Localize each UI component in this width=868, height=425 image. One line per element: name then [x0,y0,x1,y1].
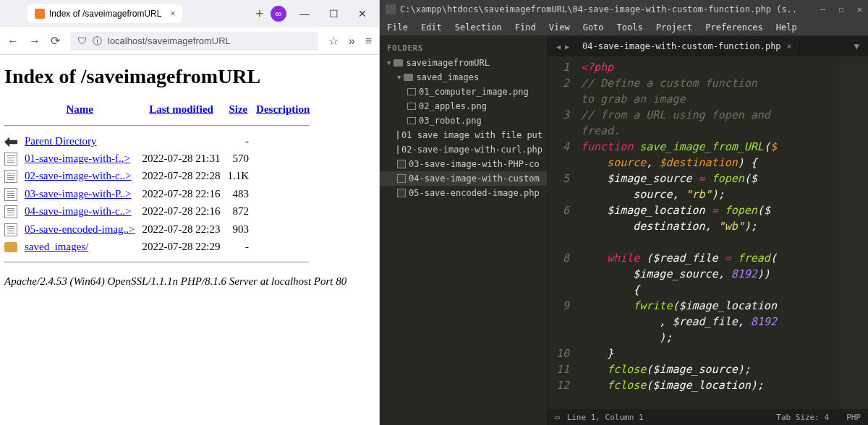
tree-file[interactable]: 01 save image with file put [380,128,547,142]
tab-overflow-icon[interactable]: ▼ [848,41,865,51]
menu-item[interactable]: Goto [583,22,604,33]
menu-item[interactable]: Project [656,22,693,33]
tab-close-icon[interactable]: × [170,9,175,19]
menu-item[interactable]: Preferences [705,22,762,33]
tree-file[interactable]: 03_robot.png [380,113,547,128]
tree-file[interactable]: 05-save-encoded-image.php [380,186,547,200]
file-icon [4,170,17,183]
col-size[interactable]: Size [229,103,247,115]
folder-icon [393,59,403,66]
sublime-logo-icon [386,4,396,14]
forward-button[interactable]: → [29,35,41,48]
reload-button[interactable]: ⟳ [51,34,60,48]
tab-filename: 04-save-image-with-custom-function.php [582,41,781,51]
minimap[interactable] [839,56,868,409]
tree-file[interactable]: 02_apples.png [380,99,547,113]
tree-file[interactable]: 04-save-image-with-custom [380,171,547,186]
bookmark-star-icon[interactable]: ☆ [328,34,339,48]
table-row: 05-save-encoded-imag..> 2022-07-28 22:23… [4,220,317,239]
file-date: 2022-07-28 22:23 [142,220,228,239]
file-icon [4,205,17,218]
tab-title: Index of /saveimagefromURL [49,9,161,19]
col-modified[interactable]: Last modified [149,103,213,115]
menu-item[interactable]: Selection [455,22,502,33]
editor-maximize-icon[interactable]: ☐ [839,4,844,14]
col-desc[interactable]: Description [256,103,310,115]
file-icon [397,174,406,183]
menu-item[interactable]: File [387,22,408,33]
extension-icon[interactable]: ∞ [271,6,286,22]
tab-nav-arrows[interactable]: ◀ ▶ [550,43,575,51]
menu-item[interactable]: View [549,22,570,33]
line-gutter: 12 3 4 5 6 8 9 101112 [548,56,576,409]
tree-file[interactable]: 01_computer_image.png [380,85,547,99]
editor-menubar: FileEditSelectionFindViewGotoToolsProjec… [380,19,868,36]
menu-item[interactable]: Help [776,22,797,33]
xampp-favicon [35,9,45,19]
table-row: saved_images/ 2022-07-28 22:29 - [4,239,317,255]
file-link[interactable]: 02-save-image-with-c..> [25,170,132,181]
tree-file[interactable]: 02-save-image-with-curl.php [380,142,547,157]
address-bar[interactable]: 🛡 ⓘ localhost/saveimagefromURL [70,32,318,51]
table-row: 01-save-image-with-f..> 2022-07-28 21:31… [4,150,317,168]
file-icon [4,153,17,166]
browser-navbar: ← → ⟳ 🛡 ⓘ localhost/saveimagefromURL ☆ »… [0,27,379,55]
image-icon [407,88,416,95]
menu-item[interactable]: Find [515,22,536,33]
overflow-icon[interactable]: » [349,35,355,48]
browser-tab[interactable]: Index of /saveimagefromURL × [27,4,182,23]
page-content: Index of /saveimagefromURL Name Last mod… [0,55,379,425]
file-icon [397,145,399,154]
hamburger-icon[interactable]: ≡ [365,35,372,48]
tab-close-icon[interactable]: × [787,41,792,51]
file-icon [4,223,17,236]
col-name[interactable]: Name [67,103,94,115]
maximize-icon[interactable]: ☐ [323,8,344,20]
back-button[interactable]: ← [7,35,19,48]
editor-title-path: C:\xampp\htdocs\saveimagefromURL\04-save… [400,4,820,14]
editor-titlebar: C:\xampp\htdocs\saveimagefromURL\04-save… [380,0,868,19]
code-area[interactable]: 12 3 4 5 6 8 9 101112 <?php // Define a … [548,56,868,409]
tree-folder[interactable]: ▼ saved_images [380,70,547,85]
status-console-icon[interactable]: ▭ [555,413,560,422]
chevron-down-icon: ▼ [397,74,401,81]
file-link[interactable]: 03-save-image-with-P..> [25,188,132,199]
file-size: 872 [228,203,257,221]
editor-tab[interactable]: 04-save-image-with-custom-function.php × [575,38,800,54]
url-text: localhost/saveimagefromURL [108,35,231,46]
file-link[interactable]: 05-save-encoded-imag..> [25,223,135,235]
file-link[interactable]: saved_images/ [25,241,88,252]
table-row: 04-save-image-with-c..> 2022-07-28 22:16… [4,203,317,221]
code-text[interactable]: <?php // Define a custom function to gra… [576,56,839,409]
page-title: Index of /saveimagefromURL [4,65,375,88]
chevron-down-icon: ▼ [387,59,391,66]
file-link[interactable]: 01-save-image-with-f..> [25,153,130,164]
file-date: 2022-07-28 22:16 [142,203,228,221]
editor-minimize-icon[interactable]: — [820,4,825,14]
tree-root-folder[interactable]: ▼ saveimagefromURL [380,56,547,70]
close-icon[interactable]: ✕ [352,8,373,20]
table-row: 03-save-image-with-P..> 2022-07-28 22:16… [4,185,317,203]
new-tab-button[interactable]: + [255,7,263,22]
file-date: 2022-07-28 22:16 [142,185,228,203]
editor-close-icon[interactable]: ✕ [857,4,862,14]
directory-listing: Name Last modified Size Description Pare… [4,100,317,270]
editor-statusbar: ▭ Line 1, Column 1 Tab Size: 4 PHP [548,409,868,425]
status-language[interactable]: PHP [846,413,861,422]
image-icon [407,117,416,124]
menu-item[interactable]: Tools [617,22,643,33]
file-icon [397,160,406,168]
file-icon [4,188,17,201]
table-row: 02-save-image-with-c..> 2022-07-28 22:28… [4,168,317,186]
minimize-icon[interactable]: — [294,8,315,20]
shield-icon: 🛡 [77,35,87,46]
file-link[interactable]: 04-save-image-with-c..> [25,205,132,217]
menu-item[interactable]: Edit [421,22,442,33]
parent-dir-link[interactable]: Parent Directory [25,135,97,147]
server-signature: Apache/2.4.53 (Win64) OpenSSL/1.1.1n PHP… [4,275,375,288]
tree-file[interactable]: 03-save-image-with-PHP-co [380,157,547,171]
image-icon [407,103,416,110]
browser-titlebar: Index of /saveimagefromURL × + ∞ — ☐ ✕ [0,0,379,27]
status-tabsize[interactable]: Tab Size: 4 [776,413,829,422]
file-date: 2022-07-28 22:28 [142,168,228,186]
